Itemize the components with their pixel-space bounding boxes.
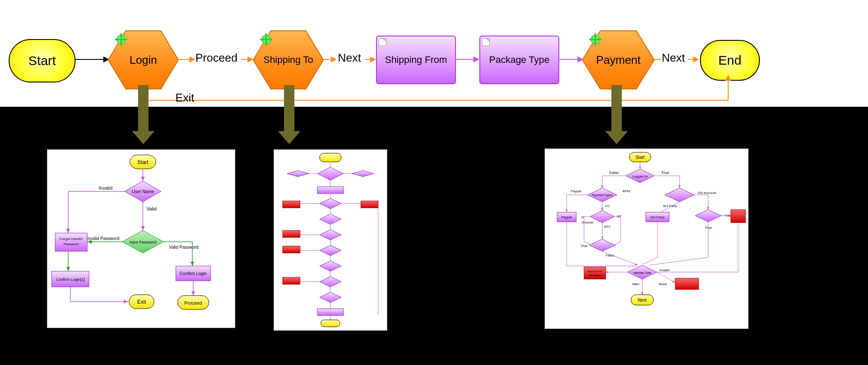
- edge-shipfrom-pkg: [455, 59, 474, 60]
- shipping-subflow-svg: [274, 150, 387, 330]
- svg-text:VI: VI: [581, 216, 584, 219]
- svg-text:APM: APM: [622, 189, 630, 193]
- svg-line-135: [657, 272, 675, 283]
- svg-text:User Name: User Name: [132, 189, 154, 194]
- svg-marker-64: [320, 292, 341, 303]
- svg-rect-50: [283, 230, 300, 237]
- arrow-login-proceed: [189, 56, 195, 62]
- svg-text:Display Error: Display Error: [587, 270, 603, 273]
- packagetype-node: Package Type: [479, 36, 559, 84]
- svg-text:True: True: [581, 244, 588, 248]
- svg-text:Invalid: Invalid: [660, 268, 670, 272]
- gear-icon: [591, 35, 600, 44]
- arrow-next-end: [693, 56, 699, 62]
- edge-pkg-pay: [558, 59, 578, 60]
- gear-icon: [116, 35, 126, 44]
- edge-start-login: [75, 59, 104, 60]
- svg-text:Discover: Discover: [582, 221, 594, 224]
- svg-text:Payment Types: Payment Types: [592, 194, 613, 197]
- svg-text:Messages: Messages: [589, 274, 601, 276]
- svg-marker-58: [320, 261, 341, 271]
- arrow-next-shipfrom: [370, 56, 376, 62]
- shipping-subflow-panel: [274, 149, 387, 331]
- svg-marker-34: [317, 167, 343, 180]
- svg-text:Logged In: Logged In: [632, 174, 648, 178]
- payment-subflow-svg: Start Logged In False True Payment Types…: [545, 149, 748, 329]
- svg-line-101: [614, 242, 620, 244]
- svg-marker-55: [320, 245, 341, 256]
- svg-text:Start: Start: [635, 155, 644, 160]
- arrow-proceed-ship: [248, 56, 254, 62]
- svg-rect-60: [283, 277, 300, 284]
- svg-text:Password: Password: [63, 242, 79, 246]
- svg-text:Exit: Exit: [137, 299, 146, 305]
- svg-marker-106: [665, 188, 694, 202]
- svg-rect-32: [320, 153, 341, 162]
- svg-text:3rd Party: 3rd Party: [650, 215, 664, 219]
- svg-text:Valid: Valid: [146, 206, 157, 211]
- svg-rect-54: [283, 246, 300, 253]
- svg-text:False: False: [609, 171, 619, 175]
- label-exit: Exit: [175, 91, 194, 105]
- payment-subflow-panel: Start Logged In False True Payment Types…: [545, 148, 749, 329]
- svg-marker-44: [320, 198, 341, 209]
- login-subflow-panel: Start User Name Invalid Valid Input Pass…: [47, 149, 235, 328]
- svg-text:MTX: MTX: [604, 225, 611, 228]
- edge-exit-across: [142, 100, 729, 101]
- svg-text:Start: Start: [137, 159, 149, 165]
- note-icon: [379, 38, 386, 46]
- svg-text:Paypal: Paypal: [571, 189, 582, 193]
- svg-text:Proceed: Proceed: [185, 300, 202, 306]
- svg-marker-36: [287, 171, 309, 177]
- svg-marker-38: [352, 171, 374, 177]
- svg-marker-51: [320, 230, 341, 240]
- label-proceed: Proceed: [195, 51, 238, 65]
- label-next2: Next: [662, 51, 685, 65]
- svg-rect-41: [283, 201, 300, 208]
- svg-text:Forgot UserID/: Forgot UserID/: [60, 237, 83, 241]
- packagetype-label: Package Type: [489, 54, 549, 66]
- svg-marker-114: [695, 210, 721, 222]
- svg-text:Valid: Valid: [632, 282, 639, 286]
- login-subflow-svg: Start User Name Invalid Valid Input Pass…: [47, 150, 235, 328]
- drilldown-arrow-shipping: [284, 85, 294, 132]
- svg-line-124: [649, 257, 708, 265]
- arrow-shipfrom-pkg: [473, 56, 479, 62]
- svg-rect-68: [321, 320, 340, 327]
- arrow-shipto-next: [331, 56, 337, 62]
- svg-line-122: [643, 257, 657, 264]
- arrow-exit-up: [725, 75, 731, 81]
- svg-rect-116: [731, 210, 746, 223]
- svg-text:Paypal: Paypal: [561, 215, 572, 219]
- svg-text:None: None: [659, 282, 667, 286]
- note-icon: [482, 38, 490, 46]
- svg-rect-42: [361, 201, 378, 208]
- svg-rect-66: [317, 309, 343, 316]
- svg-rect-40: [317, 187, 343, 194]
- svg-text:Invalid Password: Invalid Password: [86, 236, 119, 241]
- shippingfrom-node: Shipping From: [376, 36, 456, 84]
- svg-text:Input Password: Input Password: [129, 240, 156, 244]
- svg-text:Confirm Login: Confirm Login: [180, 271, 207, 276]
- start-terminator: Start: [9, 39, 76, 82]
- edge-login-proceed: [179, 59, 190, 60]
- svg-marker-48: [320, 214, 341, 224]
- svg-text:Validate Data: Validate Data: [633, 271, 651, 274]
- gear-icon: [261, 35, 271, 44]
- svg-rect-132: [584, 267, 606, 279]
- svg-text:True: True: [661, 171, 669, 175]
- svg-text:Next: Next: [638, 298, 647, 303]
- svg-line-125: [602, 251, 638, 265]
- svg-marker-89: [590, 210, 614, 223]
- svg-text:Confirm Login[1]: Confirm Login[1]: [56, 277, 85, 282]
- svg-text:Invalid: Invalid: [99, 185, 112, 191]
- label-next1: Next: [338, 51, 361, 65]
- svg-marker-99: [589, 239, 615, 251]
- drilldown-arrow-payment: [611, 85, 622, 132]
- shippingfrom-label: Shipping From: [385, 54, 447, 66]
- svg-text:Valid Password: Valid Password: [169, 245, 198, 250]
- svg-marker-61: [320, 276, 341, 287]
- edge-pay-next: [655, 59, 661, 60]
- svg-rect-136: [675, 278, 699, 289]
- svg-text:DS Account: DS Account: [698, 191, 716, 195]
